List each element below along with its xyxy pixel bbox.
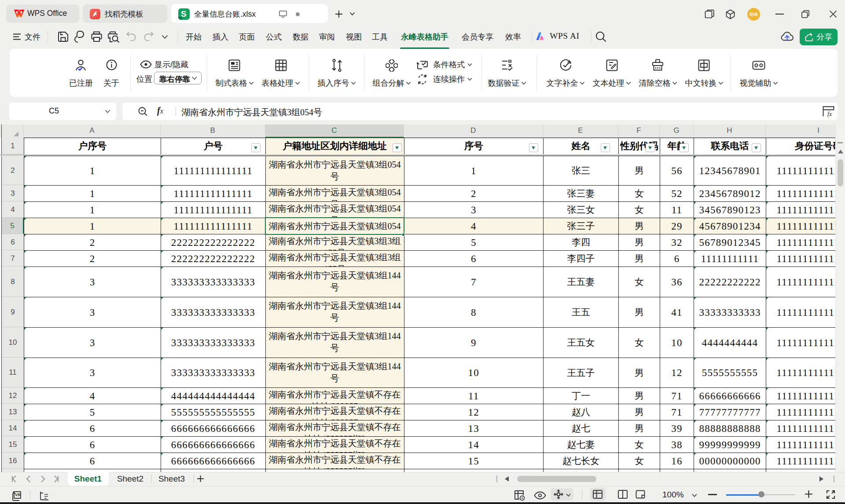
svg-text:VB: VB [15,493,21,497]
svg-text:fx: fx [827,111,832,117]
